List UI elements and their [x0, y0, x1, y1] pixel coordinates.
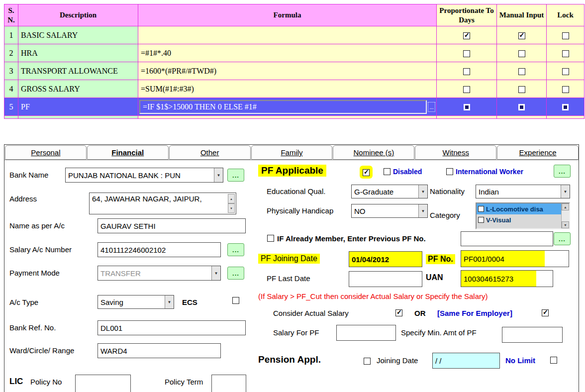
disabled-checkbox[interactable] — [384, 168, 390, 175]
pf-applicable-checkbox[interactable] — [363, 169, 370, 176]
pf-ellipsis-button[interactable]: ... — [554, 165, 571, 178]
specify-min-pf-field[interactable] — [502, 327, 563, 343]
dropdown-arrow-icon[interactable]: ▼ — [561, 185, 570, 198]
policy-no-field[interactable] — [75, 375, 131, 392]
category-checkbox[interactable] — [478, 206, 484, 212]
salary-ac-ellipsis-button[interactable]: ... — [227, 243, 244, 256]
dropdown-arrow-icon[interactable]: ▼ — [418, 185, 427, 198]
tab-other[interactable]: Other — [169, 145, 251, 160]
pf-last-date-field[interactable] — [349, 271, 422, 287]
manual-input-cell[interactable] — [497, 62, 547, 80]
proportionate-cell[interactable] — [437, 80, 497, 98]
category-option[interactable]: V-Visual — [477, 214, 561, 225]
formula-cell[interactable]: =SUM(#1#:#3#) — [138, 80, 437, 98]
physically-handicap-combobox[interactable]: NO ▼ — [351, 204, 428, 218]
bank-ref-no-field[interactable]: DL001 — [98, 320, 246, 335]
proportionate-cell[interactable] — [437, 26, 497, 44]
bank-name-ellipsis-button[interactable]: ... — [227, 169, 244, 182]
prev-pf-no-field[interactable] — [461, 231, 553, 246]
description-cell[interactable]: GROSS SALARY — [18, 80, 138, 98]
lock-checkbox[interactable] — [562, 50, 569, 57]
lock-checkbox[interactable] — [562, 86, 569, 93]
manual-input-cell[interactable] — [497, 98, 547, 116]
dropdown-arrow-icon[interactable]: ▼ — [418, 204, 427, 217]
dropdown-arrow-icon[interactable]: ▼ — [165, 295, 174, 308]
category-checkbox[interactable] — [478, 217, 484, 223]
proportionate-cell[interactable] — [437, 44, 497, 62]
ecs-checkbox[interactable] — [232, 297, 239, 304]
prev-pf-ellipsis-button[interactable]: ... — [554, 232, 571, 245]
international-worker-checkbox[interactable] — [446, 168, 453, 175]
tab-family[interactable]: Family — [251, 145, 333, 160]
payment-mode-combobox[interactable]: TRANSFER ▼ — [98, 266, 221, 281]
consider-actual-salary-checkbox[interactable] — [395, 309, 402, 316]
educational-qual-combobox[interactable]: G-Graduate ▼ — [351, 185, 428, 198]
no-limit-link[interactable]: No Limit — [505, 356, 535, 365]
manual-input-checkbox[interactable] — [518, 86, 525, 93]
lock-cell[interactable] — [547, 62, 585, 80]
tab-witness[interactable]: Witness — [415, 145, 496, 160]
manual-input-checkbox[interactable] — [518, 104, 525, 110]
nationality-combobox[interactable]: Indian ▼ — [476, 185, 570, 198]
lock-cell[interactable] — [547, 80, 585, 98]
proportionate-checkbox[interactable] — [463, 86, 470, 93]
proportionate-checkbox[interactable] — [463, 32, 470, 39]
scroll-down-icon[interactable]: ▼ — [228, 203, 235, 213]
tab-nominee[interactable]: Nominee (s) — [333, 145, 414, 160]
scroll-up-icon[interactable]: ▲ — [228, 194, 235, 203]
tab-financial[interactable]: Financial — [87, 145, 169, 160]
address-field[interactable]: 64, JAWAHAR NAGAR, JAIPUR, ▲ ▼ — [89, 193, 236, 214]
category-option-selected[interactable]: L-Locomotive disa — [477, 203, 561, 214]
scroll-down-icon[interactable]: ▼ — [562, 221, 569, 228]
payment-mode-ellipsis-button[interactable]: ... — [227, 267, 244, 280]
formula-cell[interactable]: =IF $1$>15000 THEN 0 ELSE #1# ... — [138, 98, 437, 116]
formula-cell[interactable]: =1600*(#PR#/#TWD#) — [138, 62, 437, 80]
prev-member-checkbox[interactable] — [267, 235, 274, 242]
lock-checkbox[interactable] — [562, 32, 569, 39]
policy-term-field[interactable] — [211, 375, 246, 392]
manual-input-checkbox[interactable] — [518, 68, 525, 75]
no-limit-checkbox[interactable] — [550, 357, 557, 364]
proportionate-checkbox[interactable] — [464, 104, 470, 110]
ac-type-combobox[interactable]: Saving ▼ — [98, 295, 174, 309]
pf-joining-date-field[interactable]: 01/04/2012 — [349, 251, 422, 267]
description-cell[interactable]: PF — [18, 98, 138, 116]
ward-circle-range-field[interactable]: WARD4 — [98, 343, 221, 358]
manual-input-cell[interactable] — [497, 26, 547, 44]
listbox-scrollbar[interactable]: ▲ ▼ — [561, 203, 569, 228]
formula-ellipsis-button[interactable]: ... — [428, 102, 435, 112]
bank-name-combobox[interactable]: PUNJAB NATIONAL BANK : PUN ▼ — [65, 168, 223, 183]
tab-experience[interactable]: Experience — [497, 145, 579, 160]
sn-cell[interactable]: 1 — [4, 26, 18, 44]
table-row[interactable]: 1 BASIC SALARY — [4, 26, 585, 44]
same-for-employer-checkbox[interactable] — [542, 309, 549, 316]
same-for-employer-link[interactable]: [Same For Employer] — [437, 309, 512, 317]
address-scrollbar[interactable]: ▲ ▼ — [228, 194, 235, 213]
proportionate-checkbox[interactable] — [463, 68, 470, 75]
lock-cell[interactable] — [547, 98, 585, 116]
tab-personal[interactable]: Personal — [5, 145, 87, 160]
salary-ac-number-field[interactable]: 4101112246002102 — [98, 242, 221, 257]
table-row[interactable]: 2 HRA =#1#*.40 — [4, 44, 585, 62]
name-as-per-ac-field[interactable]: GAURAV SETHI — [98, 218, 246, 233]
table-row[interactable]: 4 GROSS SALARY =SUM(#1#:#3#) — [4, 80, 585, 98]
category-listbox[interactable]: L-Locomotive disa V-Visual ▲ ▼ — [476, 202, 570, 229]
manual-input-checkbox[interactable] — [518, 50, 525, 57]
formula-cell[interactable] — [138, 26, 437, 44]
sn-cell[interactable]: 5 — [4, 98, 18, 116]
scroll-up-icon[interactable]: ▲ — [562, 203, 569, 210]
proportionate-cell[interactable] — [437, 98, 497, 116]
pension-joining-date-field[interactable]: / / — [432, 353, 500, 369]
manual-input-cell[interactable] — [497, 44, 547, 62]
salary-for-pf-field[interactable] — [336, 325, 396, 341]
sn-cell[interactable]: 4 — [4, 80, 18, 98]
proportionate-cell[interactable] — [437, 62, 497, 80]
lock-checkbox[interactable] — [562, 104, 569, 110]
formula-edit-box[interactable]: =IF $1$>15000 THEN 0 ELSE #1# — [139, 100, 427, 114]
description-cell[interactable]: BASIC SALARY — [18, 26, 138, 44]
pf-no-field[interactable]: PF001/0004 — [461, 250, 569, 267]
formula-cell[interactable]: =#1#*.40 — [138, 44, 437, 62]
proportionate-checkbox[interactable] — [463, 50, 470, 57]
lock-cell[interactable] — [547, 26, 585, 44]
lock-cell[interactable] — [547, 44, 585, 62]
